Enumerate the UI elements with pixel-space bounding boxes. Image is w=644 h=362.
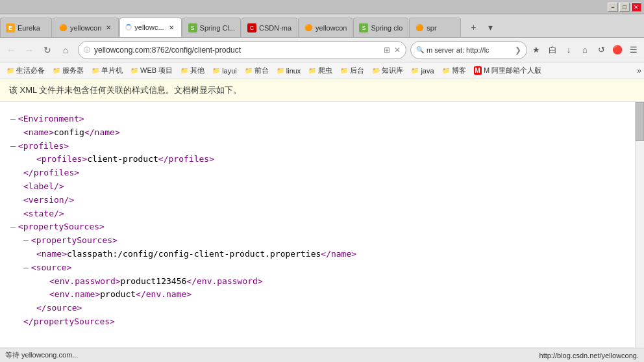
xml-line-1: <name>config</name> (10, 126, 634, 140)
tab-spr[interactable]: 🟠spr (409, 18, 461, 37)
tab-yellowcong3[interactable]: 🟠yellowcon (298, 18, 353, 37)
minimize-button[interactable]: − (608, 3, 618, 12)
bookmark-icon-13: M (474, 66, 482, 75)
address-qr-icon[interactable]: ⊞ (384, 45, 390, 55)
xml-line-2: – <profiles> (10, 140, 634, 153)
bookmark-item-1[interactable]: 📁服务器 (49, 64, 88, 77)
bookmark-item-10[interactable]: 📁知识库 (368, 64, 407, 77)
titlebar-controls: − □ ✕ (608, 3, 641, 12)
menu-icon-red[interactable]: 🔴 (610, 42, 625, 58)
xml-line-12: <env.password>product123456 </env.passwo… (10, 275, 634, 289)
tab-close-yellowcong1[interactable]: ✕ (104, 23, 113, 32)
bookmark-item-4[interactable]: 📁其他 (177, 64, 208, 77)
home-button[interactable]: ⌂ (57, 42, 74, 58)
collapse-icon-9[interactable]: – (23, 234, 29, 248)
collapse-icon-2[interactable]: – (10, 140, 16, 153)
xml-line-6: <version/> (10, 194, 634, 207)
bookmarks-more-button[interactable]: » (637, 66, 641, 75)
xml-line-7: <state/> (10, 207, 634, 221)
back-button[interactable]: ← (3, 42, 19, 58)
bookmark-item-7[interactable]: 📁linux (273, 66, 305, 76)
bookmark-item-0[interactable]: 📁生活必备 (3, 64, 49, 77)
scrollbar-thumb[interactable] (636, 102, 644, 141)
bookmark-item-13[interactable]: MM 阿里邮箱个人版 (470, 64, 546, 77)
refresh-button[interactable]: ↻ (39, 42, 56, 58)
tab-yellowcong1[interactable]: 🟠yellowcon✕ (53, 18, 119, 37)
settings-button[interactable]: ☰ (626, 42, 641, 58)
content-area: – <Environment><name>config</name>– <pro… (0, 102, 644, 347)
bookmark-item-8[interactable]: 📁爬虫 (304, 64, 336, 77)
tab-spring-clo2[interactable]: SSpring clo (353, 18, 408, 37)
tab-favicon-yellowcong2 (125, 24, 132, 31)
bookmark-icon-10: 📁 (372, 67, 380, 74)
bookmark-icon-11: 📁 (411, 67, 419, 74)
search-icon: 🔍 (416, 46, 424, 53)
tabs-container: EEureka🟠yellowcon✕yellowc...✕SSpring Cl.… (0, 14, 462, 37)
tab-label-spring-clo2: Spring clo (371, 24, 402, 32)
bookmark-label-9: 后台 (350, 66, 364, 75)
bookmark-item-6[interactable]: 📁前台 (241, 64, 273, 77)
tab-label-yellowcong2: yellowc... (134, 23, 164, 31)
xml-line-0: – <Environment> (10, 112, 634, 126)
favorites-button[interactable]: ★ (528, 42, 544, 58)
bookmark-icon-2: 📁 (92, 67, 99, 74)
nav-right-buttons: ★ 白 ↓ ⌂ ↺ 🔴 ☰ (528, 42, 641, 58)
collapse-icon-11[interactable]: – (23, 261, 29, 275)
forward-button[interactable]: → (21, 42, 38, 58)
download-button[interactable]: ↓ (561, 42, 576, 58)
homepage-button[interactable]: ⌂ (577, 42, 593, 58)
tab-label-spr: spr (427, 24, 455, 32)
scrollbar-track[interactable] (635, 102, 644, 347)
maximize-button[interactable]: □ (619, 3, 630, 12)
tab-favicon-yellowcong3: 🟠 (304, 23, 313, 32)
bookmark-icon-9: 📁 (340, 67, 348, 74)
tab-favicon-spr: 🟠 (415, 23, 424, 32)
tab-favicon-csdn: C (247, 23, 256, 32)
tab-spring-cloud[interactable]: SSpring Cl... (182, 18, 241, 37)
bookmark-icon-0: 📁 (6, 67, 14, 74)
bookmark-item-3[interactable]: 📁WEB 项目 (127, 64, 177, 77)
search-arrow-icon[interactable]: ❯ (515, 45, 521, 55)
tab-yellowcong2[interactable]: yellowc...✕ (119, 18, 181, 37)
tab-favicon-spring-clo2: S (359, 23, 368, 32)
tab-bar: EEureka🟠yellowcon✕yellowc...✕SSpring Cl.… (0, 14, 644, 38)
sync-button[interactable]: ↺ (593, 42, 609, 58)
new-tab-button[interactable]: + (465, 19, 481, 35)
address-bar[interactable]: ⓘ yellowcong.com:8762/config/client-prod… (78, 41, 406, 59)
bookmark-icon-6: 📁 (245, 67, 253, 74)
bookmark-item-5[interactable]: 📁layui (208, 66, 241, 76)
tab-more-button[interactable]: ▾ (482, 19, 498, 35)
bookmark-item-2[interactable]: 📁单片机 (88, 64, 127, 77)
xml-content: – <Environment><name>config</name>– <pro… (10, 112, 634, 329)
collapse-icon-8[interactable]: – (10, 220, 16, 234)
statusbar-left: 等待 yellowcong.com... (5, 350, 78, 360)
tab-favicon-yellowcong1: 🟠 (58, 23, 68, 32)
navbar: ← → ↻ ⌂ ⓘ yellowcong.com:8762/config/cli… (0, 38, 644, 62)
bookmark-label-2: 单片机 (101, 66, 123, 75)
bookmark-item-12[interactable]: 📁博客 (438, 64, 470, 77)
tab-close-yellowcong2[interactable]: ✕ (167, 23, 176, 32)
bookmark-icon-1: 📁 (53, 67, 60, 74)
bookmark-item-9[interactable]: 📁后台 (336, 64, 368, 77)
bookmark-icon-3: 📁 (130, 67, 138, 74)
tab-csdn[interactable]: CCSDN-ma (242, 18, 297, 37)
tab-label-spring-cloud: Spring Cl... (200, 24, 235, 32)
titlebar: − □ ✕ (0, 0, 644, 14)
search-bar[interactable]: 🔍 m server at: http://lc ❯ (410, 41, 527, 59)
xml-line-3: <profiles>client-product</profiles> (10, 153, 634, 166)
bookmark-item-11[interactable]: 📁java (407, 66, 438, 76)
bookmark-label-12: 博客 (452, 66, 466, 75)
bookmark-label-8: 爬虫 (318, 66, 332, 75)
xml-line-5: <label/> (10, 180, 634, 194)
reading-mode-button[interactable]: 白 (545, 42, 560, 58)
bookmark-label-3: WEB 项目 (140, 66, 173, 75)
xml-line-14: </source> (10, 302, 634, 315)
bookmarks-container: 📁生活必备📁服务器📁单片机📁WEB 项目📁其他📁layui📁前台📁linux📁爬… (3, 64, 634, 77)
close-button[interactable]: ✕ (631, 3, 641, 12)
tab-label-yellowcong3: yellowcon (316, 24, 347, 32)
xml-line-13: <env.name>product </env.name> (10, 288, 634, 302)
xml-line-8: – <propertySources> (10, 220, 634, 234)
tab-eureka[interactable]: EEureka (0, 18, 52, 37)
collapse-icon-0[interactable]: – (10, 112, 16, 126)
address-clear-icon[interactable]: ✕ (394, 45, 401, 55)
